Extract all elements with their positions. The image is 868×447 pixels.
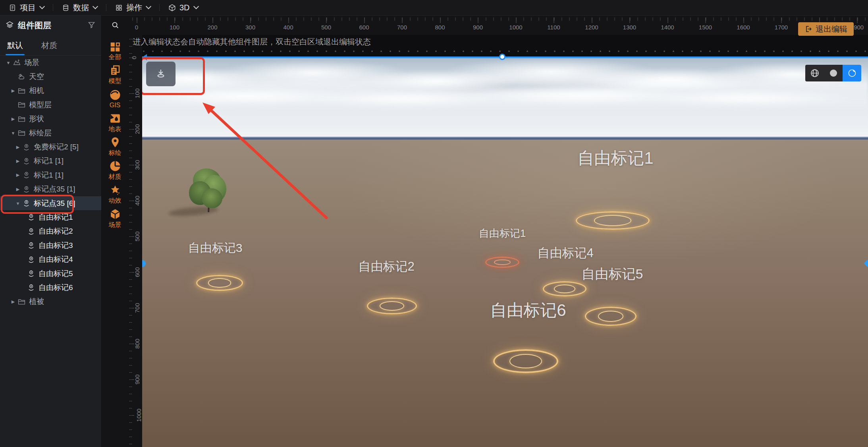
rail-item-material[interactable]: 材质 (102, 159, 128, 182)
tree-item-free1[interactable]: 自由标记1 (0, 210, 101, 224)
pin-icon (27, 269, 35, 278)
folder-icon (17, 101, 26, 109)
ruler-label: 1000 (509, 24, 522, 31)
menu-3d[interactable]: 3D (160, 0, 207, 15)
marker-label-free2[interactable]: 自由标记2 (358, 258, 414, 275)
pin-icon (22, 199, 31, 207)
ruler-label: 300 (245, 24, 255, 31)
edit-mode-hint: 进入编辑状态会自动隐藏其他组件图层，双击空白区域退出编辑状态 (133, 37, 371, 47)
marker-ring-free6[interactable] (493, 349, 558, 373)
caret-right-icon[interactable]: ▶ (10, 88, 16, 93)
marker-ring-free1-large[interactable] (576, 211, 650, 230)
solid-sphere-button[interactable] (824, 65, 843, 81)
tree-item-vegetation[interactable]: ▶植被 (0, 295, 101, 309)
hexcube-icon (109, 208, 121, 220)
folder-icon (17, 129, 26, 137)
ruler-label: 200 (134, 124, 141, 134)
ruler-label: 200 (207, 24, 217, 31)
marker-ring-free3[interactable] (196, 275, 243, 291)
caret-right-icon[interactable]: ▶ (15, 159, 21, 164)
caret-down-icon[interactable]: ▼ (10, 131, 16, 135)
tree-item-free3[interactable]: 自由标记3 (0, 238, 101, 252)
sky (142, 58, 868, 137)
grid-icon (115, 4, 123, 12)
menu-data[interactable]: 数据 (53, 0, 106, 15)
model-icon (109, 64, 121, 76)
pin-icon (27, 241, 35, 250)
menu-project[interactable]: 项目 (0, 0, 53, 15)
caret-right-icon[interactable]: ▶ (15, 187, 21, 192)
ruler-label: 1700 (775, 24, 788, 31)
tree-item-markpoint35-1[interactable]: ▶标记点35 [1] (0, 182, 101, 196)
ruler-label: 1000 (135, 408, 142, 422)
marker-label-free5[interactable]: 自由标记5 (582, 265, 643, 283)
rail-item-plot[interactable]: 标绘 (102, 135, 128, 159)
globe-icon (109, 89, 121, 101)
ruler-label: 1500 (699, 24, 712, 31)
app-window: 项目 数据 操作 3D 组件图层 默认 (0, 0, 868, 447)
wireframe-globe-button[interactable] (805, 65, 824, 81)
arc-sphere-button[interactable] (843, 65, 861, 81)
tree-item-mark1-a[interactable]: ▶标记1 [1] (0, 154, 101, 168)
menu-label: 项目 (20, 2, 36, 13)
rail-item-gis[interactable]: GIS (102, 87, 128, 111)
marker-ring-free2[interactable] (367, 298, 417, 314)
tree-item-free-mark2[interactable]: ▶免费标记2 [5] (0, 140, 101, 154)
exit-edit-button[interactable]: 退出编辑 (798, 22, 854, 36)
ground (142, 139, 868, 447)
tree-item-free2[interactable]: 自由标记2 (0, 224, 101, 238)
caret-down-icon[interactable]: ▼ (15, 201, 21, 206)
ruler-label: 1200 (585, 24, 598, 31)
marker-label-free3[interactable]: 自由标记3 (188, 240, 243, 256)
tab-default[interactable]: 默认 (7, 36, 23, 55)
caret-right-icon[interactable]: ▶ (15, 172, 21, 178)
marker-ring-free4[interactable] (543, 281, 586, 296)
rail-item-terrain[interactable]: 地表 (102, 111, 128, 135)
marker-ring-free1-small[interactable] (485, 257, 519, 268)
tree-item-shape[interactable]: ▶形状 (0, 112, 101, 126)
marker-label-free1-small[interactable]: 自由标记1 (479, 226, 526, 240)
ruler-label: 100 (134, 88, 141, 98)
menu-operation[interactable]: 操作 (106, 0, 159, 15)
tree-item-model-layer[interactable]: 模型层 (0, 98, 101, 112)
layer-tree: ▼场景 天空 ▶相机 模型层 ▶形状 ▼标绘层 ▶免费标记2 [5] ▶标记1 … (0, 56, 101, 309)
horizontal-ruler: 0100200300400500600700800900100011001200… (128, 15, 868, 35)
rail-item-animation[interactable]: 动效 (102, 183, 128, 207)
pin-icon (27, 283, 35, 292)
selection-handle[interactable] (499, 54, 505, 60)
marker-label-free4[interactable]: 自由标记4 (537, 245, 593, 261)
scene-viewport[interactable]: 自由标记1 自由标记1 自由标记4 自由标记5 自由标记6 自由标记3 自由标记… (142, 35, 868, 447)
caret-right-icon[interactable]: ▶ (10, 299, 16, 304)
tree-item-markpoint35-6-selected[interactable]: ▼标记点35 [6] (0, 196, 101, 210)
ruler-label: 100 (170, 24, 179, 31)
folder-icon (17, 298, 26, 306)
caret-down-icon[interactable]: ▼ (6, 60, 11, 65)
tree-item-free5[interactable]: 自由标记5 (0, 267, 101, 281)
search-icon[interactable] (102, 21, 128, 29)
chevron-down-icon (146, 4, 151, 9)
tree-item-plot-layer[interactable]: ▼标绘层 (0, 126, 101, 140)
tree-item-free6[interactable]: 自由标记6 (0, 281, 101, 294)
tree-item-camera[interactable]: ▶相机 (0, 84, 101, 98)
tree-item-mark1-b[interactable]: ▶标记1 [1] (0, 168, 101, 182)
ruler-label: 500 (134, 231, 141, 241)
filter-icon[interactable] (87, 21, 96, 31)
tree-item-sky[interactable]: 天空 (0, 70, 101, 83)
pin-icon (27, 255, 35, 264)
scene-icon (13, 58, 21, 67)
tree-item-free4[interactable]: 自由标记4 (0, 252, 101, 266)
rail-item-model[interactable]: 模型 (102, 63, 128, 87)
solid-sphere-icon (829, 68, 838, 78)
marker-ring-free5[interactable] (585, 307, 637, 326)
tree-item-scene[interactable]: ▼场景 (0, 56, 101, 70)
caret-right-icon[interactable]: ▶ (15, 145, 21, 150)
rail-item-scene[interactable]: 场景 (102, 207, 128, 230)
marker-label-free6[interactable]: 自由标记6 (490, 299, 566, 321)
caret-right-icon[interactable]: ▶ (10, 116, 16, 122)
ruler-label: 0 (131, 56, 137, 59)
menu-label: 3D (179, 3, 190, 12)
marker-label-free1-large[interactable]: 自由标记1 (577, 147, 653, 169)
ruler-label: 1600 (737, 24, 750, 31)
tab-material[interactable]: 材质 (41, 36, 57, 55)
rail-item-all[interactable]: 全部 (102, 39, 128, 63)
